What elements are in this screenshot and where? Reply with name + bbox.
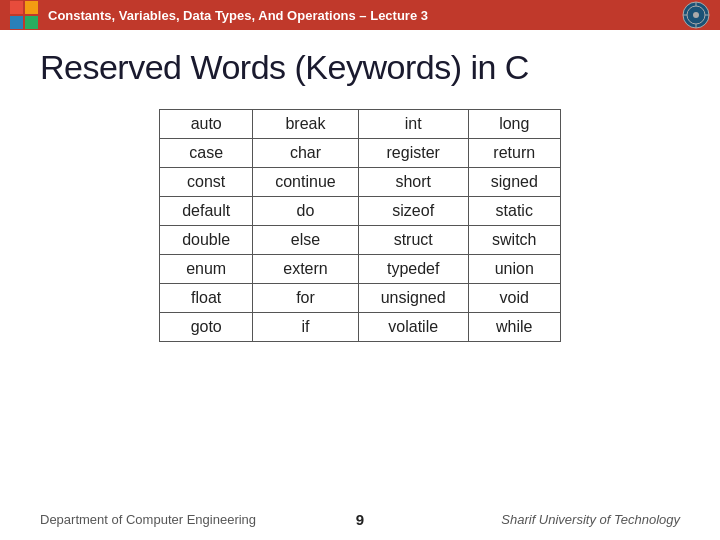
keyword-cell: continue: [253, 168, 359, 197]
keyword-cell: int: [358, 110, 468, 139]
keyword-cell: long: [468, 110, 560, 139]
keyword-cell: goto: [160, 313, 253, 342]
svg-rect-2: [10, 16, 23, 29]
keywords-table-wrapper: autobreakintlongcasecharregisterreturnco…: [40, 109, 680, 342]
table-row: autobreakintlong: [160, 110, 561, 139]
header-bar: Constants, Variables, Data Types, And Op…: [0, 0, 720, 30]
keyword-cell: default: [160, 197, 253, 226]
keyword-cell: unsigned: [358, 284, 468, 313]
svg-rect-0: [10, 1, 23, 14]
keyword-cell: struct: [358, 226, 468, 255]
keyword-cell: switch: [468, 226, 560, 255]
keyword-cell: return: [468, 139, 560, 168]
keyword-cell: auto: [160, 110, 253, 139]
header-right-logo: [682, 1, 710, 29]
table-row: gotoifvolatilewhile: [160, 313, 561, 342]
page-title: Reserved Words (Keywords) in C: [40, 48, 680, 87]
keyword-cell: enum: [160, 255, 253, 284]
keyword-cell: while: [468, 313, 560, 342]
keyword-cell: static: [468, 197, 560, 226]
table-row: floatforunsignedvoid: [160, 284, 561, 313]
keyword-cell: short: [358, 168, 468, 197]
table-row: casecharregisterreturn: [160, 139, 561, 168]
keyword-cell: sizeof: [358, 197, 468, 226]
keyword-cell: float: [160, 284, 253, 313]
header-title: Constants, Variables, Data Types, And Op…: [48, 8, 672, 23]
table-row: constcontinueshortsigned: [160, 168, 561, 197]
keyword-cell: extern: [253, 255, 359, 284]
keyword-cell: char: [253, 139, 359, 168]
keyword-cell: for: [253, 284, 359, 313]
keyword-cell: const: [160, 168, 253, 197]
keyword-cell: register: [358, 139, 468, 168]
keyword-cell: union: [468, 255, 560, 284]
main-content: Reserved Words (Keywords) in C autobreak…: [0, 30, 720, 382]
keywords-table: autobreakintlongcasecharregisterreturnco…: [159, 109, 561, 342]
footer: Department of Computer Engineering 9 Sha…: [0, 511, 720, 528]
svg-point-6: [693, 12, 699, 18]
keyword-cell: double: [160, 226, 253, 255]
keyword-cell: signed: [468, 168, 560, 197]
table-row: enumexterntypedefunion: [160, 255, 561, 284]
keyword-cell: case: [160, 139, 253, 168]
table-row: defaultdosizeofstatic: [160, 197, 561, 226]
header-left-logo: [10, 1, 38, 29]
keyword-cell: void: [468, 284, 560, 313]
keyword-cell: else: [253, 226, 359, 255]
footer-department: Department of Computer Engineering: [40, 512, 340, 527]
svg-rect-1: [25, 1, 38, 14]
keyword-cell: break: [253, 110, 359, 139]
keyword-cell: typedef: [358, 255, 468, 284]
keyword-cell: if: [253, 313, 359, 342]
footer-page-number: 9: [340, 511, 380, 528]
keyword-cell: do: [253, 197, 359, 226]
footer-university: Sharif University of Technology: [380, 512, 680, 527]
table-row: doubleelsestructswitch: [160, 226, 561, 255]
keyword-cell: volatile: [358, 313, 468, 342]
svg-rect-3: [25, 16, 38, 29]
